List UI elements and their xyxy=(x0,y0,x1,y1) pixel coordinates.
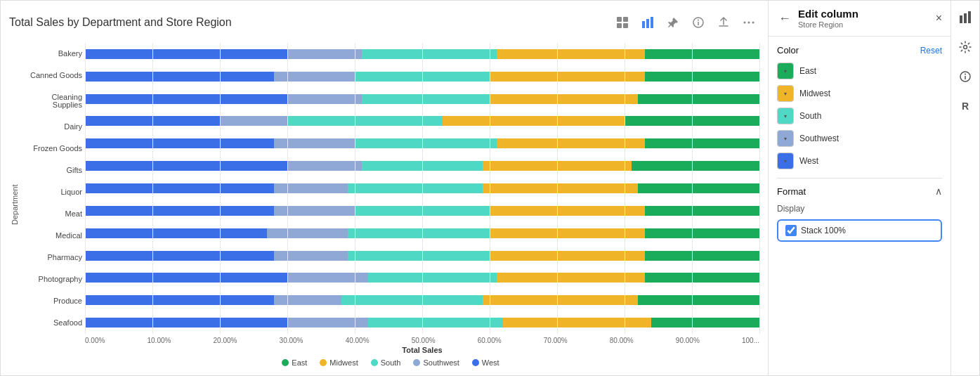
row-label: Produce xyxy=(22,297,82,305)
x-axis-tick: 30.00% xyxy=(280,337,303,344)
bar-segment-east xyxy=(651,318,759,328)
settings-icon-button[interactable] xyxy=(955,37,975,57)
row-label: Cleaning Supplies xyxy=(22,93,82,109)
legend-label: West xyxy=(482,358,499,367)
bar-segment-south xyxy=(362,161,483,171)
bar-segment-east xyxy=(645,251,759,261)
bar-row xyxy=(85,251,759,261)
color-rows: ▾East▾Midwest▾South▾Southwest▾West xyxy=(777,63,942,169)
bar-segment-southwest xyxy=(287,318,368,328)
color-swatch-button[interactable]: ▾ xyxy=(777,108,794,124)
info-icon-button[interactable] xyxy=(955,67,975,86)
bar-row xyxy=(85,228,759,238)
bar-segment-west xyxy=(85,206,274,216)
svg-rect-13 xyxy=(960,15,962,23)
x-axis-label: Total Sales xyxy=(85,346,759,354)
chart-type-button[interactable] xyxy=(637,12,658,33)
row-label: Dairy xyxy=(22,123,82,131)
svg-rect-15 xyxy=(968,11,971,23)
svg-point-10 xyxy=(744,22,746,24)
back-button[interactable]: ← xyxy=(777,10,792,27)
bar-segment-east xyxy=(645,206,759,216)
svg-rect-1 xyxy=(623,17,628,22)
x-axis-tick: 90.00% xyxy=(676,337,700,344)
bar-chart-icon-button[interactable] xyxy=(955,8,975,27)
bar-segment-southwest xyxy=(287,94,362,104)
bar-segment-midwest xyxy=(497,273,645,283)
bar-segment-south xyxy=(348,183,483,193)
bar-segment-midwest xyxy=(490,206,645,216)
stack-100-checkbox[interactable] xyxy=(785,225,797,236)
bar-segment-midwest xyxy=(483,295,638,305)
reset-link[interactable]: Reset xyxy=(920,46,942,56)
divider xyxy=(777,178,942,179)
bar-segment-west xyxy=(85,228,267,238)
bar-segment-midwest xyxy=(483,161,631,171)
bar-segment-southwest xyxy=(274,206,355,216)
bar-segment-east xyxy=(645,72,759,82)
bar-segment-southwest xyxy=(220,116,287,126)
svg-rect-2 xyxy=(617,23,622,28)
color-swatch-button[interactable]: ▾ xyxy=(777,85,794,102)
bar-segment-south xyxy=(287,116,443,126)
bar-segment-east xyxy=(645,49,759,59)
x-axis-tick: 40.00% xyxy=(346,337,370,344)
color-row: ▾West xyxy=(777,153,942,169)
bar-segment-south xyxy=(348,228,490,238)
legend-item: East xyxy=(282,358,307,367)
color-item-label: Midwest xyxy=(799,89,830,98)
bar-segment-south xyxy=(362,94,490,104)
color-row: ▾South xyxy=(777,108,942,124)
more-options-button[interactable] xyxy=(738,12,759,33)
r-icon-button[interactable]: R xyxy=(955,96,975,116)
x-axis-tick: 0.00% xyxy=(85,337,105,344)
insights-button[interactable] xyxy=(688,12,709,33)
table-view-button[interactable] xyxy=(612,12,633,33)
svg-point-9 xyxy=(698,20,699,21)
close-button[interactable]: × xyxy=(936,12,942,25)
bar-segment-west xyxy=(85,295,274,305)
grid-line xyxy=(759,43,760,334)
x-axis-tick: 100... xyxy=(742,337,759,344)
color-swatch-button[interactable]: ▾ xyxy=(777,130,794,147)
bar-row xyxy=(85,116,759,126)
bar-segment-midwest xyxy=(443,116,625,126)
bar-row xyxy=(85,72,759,82)
chart-title: Total Sales by Department and Store Regi… xyxy=(9,16,232,29)
bar-segment-west xyxy=(85,116,220,126)
row-label: Medical xyxy=(22,232,82,240)
row-labels: BakeryCanned GoodsCleaning SuppliesDairy… xyxy=(22,43,85,334)
color-row: ▾Midwest xyxy=(777,85,942,102)
bar-segment-west xyxy=(85,273,287,283)
bar-segment-south xyxy=(355,206,490,216)
panel-subtitle: Store Region xyxy=(798,20,930,29)
bar-segment-south xyxy=(368,318,503,328)
legend-item: South xyxy=(371,358,401,367)
bar-segment-west xyxy=(85,94,287,104)
x-axis-tick: 10.00% xyxy=(147,337,171,344)
svg-point-19 xyxy=(965,74,966,75)
format-header[interactable]: Format ∧ xyxy=(777,186,942,197)
bar-segment-east xyxy=(638,94,759,104)
color-swatch-button[interactable]: ▾ xyxy=(777,153,794,169)
bar-segment-west xyxy=(85,251,274,261)
bar-segment-southwest xyxy=(267,228,348,238)
pin-button[interactable] xyxy=(662,12,684,33)
bar-row xyxy=(85,295,759,305)
svg-point-12 xyxy=(752,22,754,24)
bar-segment-west xyxy=(85,183,274,193)
bar-segment-southwest xyxy=(287,161,362,171)
row-label: Photography xyxy=(22,275,82,283)
bar-segment-south xyxy=(348,251,490,261)
color-section: Color Reset ▾East▾Midwest▾South▾Southwes… xyxy=(777,45,942,169)
svg-point-16 xyxy=(964,46,967,49)
legend: EastMidwestSouthSouthwestWest xyxy=(22,358,759,367)
display-label: Display xyxy=(777,204,942,214)
color-swatch-button[interactable]: ▾ xyxy=(777,63,794,79)
legend-label: East xyxy=(292,358,307,367)
row-label: Frozen Goods xyxy=(22,145,82,153)
color-item-label: Southwest xyxy=(799,134,839,143)
bar-row xyxy=(85,138,759,148)
share-button[interactable] xyxy=(713,12,734,33)
y-axis-label: Department xyxy=(9,43,20,367)
